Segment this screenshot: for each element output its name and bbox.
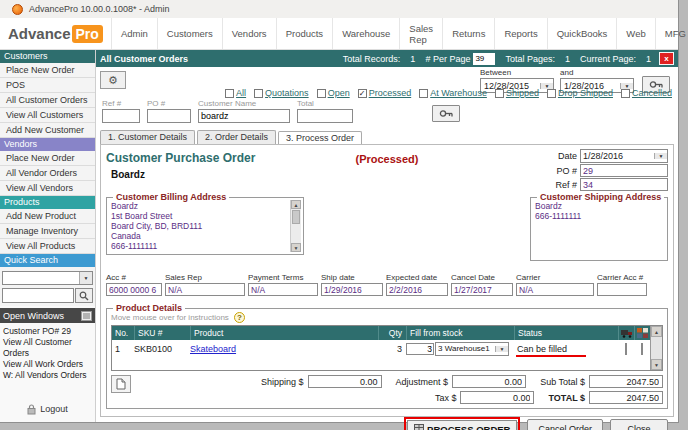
process-order-button[interactable]: PROCESS ORDER xyxy=(407,420,517,430)
open-window-view-all-customer-orders[interactable]: View All Customer Orders xyxy=(3,337,95,359)
tab-process-order[interactable]: 3. Process Order xyxy=(278,131,362,145)
per-page-input[interactable] xyxy=(473,53,495,65)
window-list-icon[interactable] xyxy=(81,311,92,321)
sidebar-item-view-all-customers[interactable]: View All Customers xyxy=(0,108,95,123)
sidebar-item-view-all-vendors[interactable]: View All Vendors xyxy=(0,181,95,196)
notes-button[interactable] xyxy=(111,375,131,393)
payment-terms-value[interactable]: N/A xyxy=(248,283,318,296)
ship-date-value[interactable]: 1/29/2016 xyxy=(321,283,383,296)
fill-qty-input[interactable] xyxy=(406,343,434,355)
search-button[interactable] xyxy=(75,288,93,303)
cancel-date-label: Cancel Date xyxy=(451,273,513,282)
filter-shipped[interactable]: Shipped xyxy=(495,88,539,98)
filter-open[interactable]: Open xyxy=(317,88,350,98)
chevron-down-icon[interactable] xyxy=(79,272,92,284)
cancel-order-button[interactable]: Cancel Order xyxy=(527,419,603,430)
filter-cancelled[interactable]: Cancelled xyxy=(621,88,672,98)
customer-name-input[interactable] xyxy=(198,109,290,123)
carrier-acc-label: Carrier Acc # xyxy=(597,273,647,282)
menu-web[interactable]: Web xyxy=(616,18,654,49)
sales-rep-value[interactable]: N/A xyxy=(165,283,245,296)
close-button[interactable]: Close xyxy=(610,419,668,430)
scroll-up-icon[interactable] xyxy=(651,326,662,337)
ref-number-input[interactable] xyxy=(580,178,668,191)
tab-customer-details[interactable]: 1. Customer Details xyxy=(100,130,195,144)
open-window-view-all-work-orders[interactable]: View All Work Orders xyxy=(3,359,95,370)
sidebar-item-all-vendor-orders[interactable]: All Vendor Orders xyxy=(0,166,95,181)
menu-sales-rep[interactable]: Sales Rep xyxy=(399,18,442,49)
expected-date-value[interactable]: 2/2/2016 xyxy=(386,283,448,296)
warehouse-dropdown[interactable]: 3 Warehouse1 xyxy=(435,342,509,356)
po-number-input[interactable] xyxy=(580,164,668,177)
checkbox-checked[interactable] xyxy=(358,89,367,98)
truck-icon xyxy=(621,329,633,338)
adjustment-input[interactable] xyxy=(452,375,526,388)
settings-button[interactable] xyxy=(100,71,126,89)
menu-warehouse[interactable]: Warehouse xyxy=(332,18,399,49)
filter-processed[interactable]: Processed xyxy=(358,88,412,98)
checkbox[interactable] xyxy=(254,89,263,98)
filter-at-warehouse[interactable]: At Warehouse xyxy=(419,88,487,98)
menu-customers[interactable]: Customers xyxy=(157,18,222,49)
menu-returns[interactable]: Returns xyxy=(442,18,494,49)
menu-vendors[interactable]: Vendors xyxy=(222,18,276,49)
scroll-down-icon[interactable] xyxy=(651,359,662,370)
tax-input[interactable] xyxy=(460,391,534,404)
scroll-thumb[interactable] xyxy=(292,210,300,224)
billing-scrollbar[interactable] xyxy=(290,200,301,252)
sidebar-item-manage-inventory[interactable]: Manage Inventory xyxy=(0,224,95,239)
carrier-acc-value[interactable] xyxy=(597,283,647,296)
menu-admin[interactable]: Admin xyxy=(111,18,157,49)
sidebar-item-add-new-product[interactable]: Add New Product xyxy=(0,209,95,224)
quick-search-input[interactable] xyxy=(2,288,74,303)
chevron-down-icon[interactable] xyxy=(495,346,508,352)
sidebar-item-view-all-products[interactable]: View All Products xyxy=(0,239,95,254)
total-search-input[interactable] xyxy=(297,109,353,123)
scroll-up-icon[interactable] xyxy=(291,200,301,209)
checkbox[interactable] xyxy=(317,89,326,98)
shipping-address-title: Customer Shipping Address xyxy=(537,192,664,202)
sidebar-item-place-new-order[interactable]: Place New Order xyxy=(0,63,95,78)
customer-name-label: Customer Name xyxy=(198,99,290,108)
checkbox[interactable] xyxy=(495,89,504,98)
dropship-checkbox[interactable] xyxy=(641,343,643,355)
product-link[interactable]: Skateboard xyxy=(190,344,236,354)
chevron-down-icon[interactable] xyxy=(654,153,667,159)
menu-quickbooks[interactable]: QuickBooks xyxy=(547,18,617,49)
checkbox[interactable] xyxy=(621,89,630,98)
cancel-date-value[interactable]: 1/27/2017 xyxy=(451,283,513,296)
checkbox[interactable] xyxy=(225,89,234,98)
checkbox[interactable] xyxy=(547,89,556,98)
carrier-value[interactable]: N/A xyxy=(516,283,594,296)
app-window: AdvancePro 10.00.0.1008* - Admin Advance… xyxy=(0,0,679,423)
process-order-annotation: PROCESS ORDER xyxy=(404,417,520,430)
logout-button[interactable]: Logout xyxy=(0,396,95,422)
po-search-input[interactable] xyxy=(147,109,191,123)
help-tooltip-icon[interactable]: ? xyxy=(234,312,245,323)
ship-checkbox[interactable] xyxy=(625,343,627,355)
menu-reports[interactable]: Reports xyxy=(494,18,546,49)
sidebar-item-vendor-place-new-order[interactable]: Place New Order xyxy=(0,151,95,166)
table-scrollbar[interactable] xyxy=(650,326,662,370)
shipping-input[interactable] xyxy=(308,375,382,388)
sidebar-item-all-customer-orders[interactable]: All Customer Orders xyxy=(0,93,95,108)
sidebar-item-add-new-customer[interactable]: Add New Customer xyxy=(0,123,95,138)
filter-all[interactable]: All xyxy=(225,88,246,98)
ref-search-input[interactable] xyxy=(102,109,140,123)
menu-mfg[interactable]: MFG xyxy=(655,18,688,49)
menu-products[interactable]: Products xyxy=(276,18,333,49)
open-window-all-vendors-orders[interactable]: W: All Vendors Orders xyxy=(3,370,95,381)
close-page-button[interactable]: x xyxy=(659,52,674,65)
acc-value[interactable]: 6000 0000 6 xyxy=(106,283,162,296)
filter-drop-shipped[interactable]: Drop Shipped xyxy=(547,88,613,98)
scroll-down-icon[interactable] xyxy=(291,243,301,252)
sidebar-item-pos[interactable]: POS xyxy=(0,78,95,93)
quick-search-dropdown[interactable] xyxy=(2,271,93,285)
search-orders-button[interactable] xyxy=(432,105,460,122)
tab-order-details[interactable]: 2. Order Details xyxy=(197,130,276,144)
po-date-dropdown[interactable]: 1/28/2016 xyxy=(580,149,668,163)
checkbox[interactable] xyxy=(419,89,428,98)
open-window-customer-po[interactable]: Customer PO# 29 xyxy=(3,326,95,337)
page-title: All Customer Orders xyxy=(100,54,333,64)
filter-quotations[interactable]: Quotations xyxy=(254,88,309,98)
